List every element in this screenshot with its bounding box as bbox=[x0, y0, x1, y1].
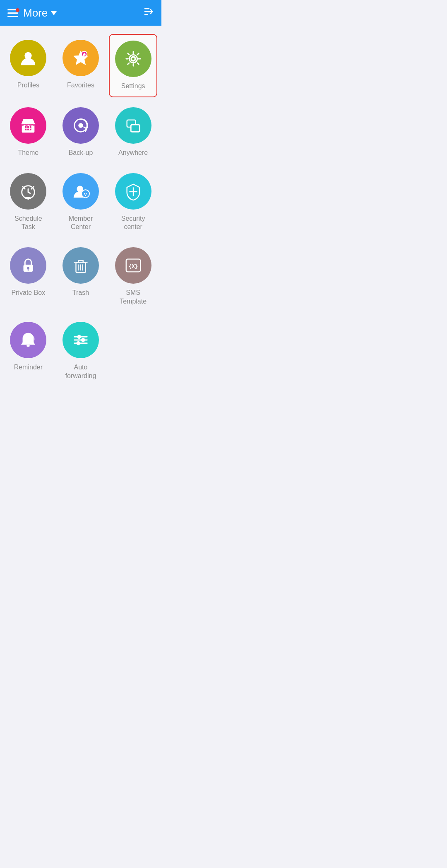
security-center-label: Securitycenter bbox=[121, 215, 145, 232]
title-text: More bbox=[23, 7, 48, 19]
theme-icon-circle bbox=[10, 107, 46, 144]
private-box-label: Private Box bbox=[11, 289, 45, 297]
backup-label: Back-up bbox=[69, 149, 93, 157]
trash-icon-circle bbox=[62, 247, 99, 284]
svg-rect-15 bbox=[25, 128, 31, 129]
member-center-label: MemberCenter bbox=[69, 215, 93, 232]
auto-forwarding-icon-circle bbox=[62, 322, 99, 358]
trash-label: Trash bbox=[72, 289, 89, 297]
menu-item-settings[interactable]: Settings bbox=[109, 34, 157, 97]
schedule-task-label: ScheduleTask bbox=[14, 215, 42, 232]
settings-label: Settings bbox=[121, 82, 145, 91]
header-left: More bbox=[7, 7, 57, 19]
svg-point-45 bbox=[76, 341, 80, 345]
profiles-icon-circle bbox=[10, 40, 46, 76]
menu-item-backup[interactable]: Back-up bbox=[57, 101, 105, 163]
svg-rect-39 bbox=[26, 345, 30, 347]
header-title: More bbox=[23, 7, 57, 19]
reminder-label: Reminder bbox=[14, 363, 43, 372]
svg-point-30 bbox=[27, 267, 29, 270]
notification-dot bbox=[16, 8, 19, 12]
svg-point-44 bbox=[81, 338, 85, 342]
svg-point-43 bbox=[77, 335, 81, 339]
menu-item-private-box[interactable]: Private Box bbox=[4, 241, 53, 312]
menu-button[interactable] bbox=[7, 9, 18, 17]
sort-button[interactable] bbox=[142, 6, 154, 20]
reminder-icon-circle bbox=[10, 322, 46, 358]
menu-item-schedule-task[interactable]: ScheduleTask bbox=[4, 167, 53, 238]
menu-item-profiles[interactable]: Profiles bbox=[4, 34, 53, 97]
theme-label: Theme bbox=[18, 149, 38, 157]
svg-point-17 bbox=[78, 123, 83, 128]
svg-rect-19 bbox=[131, 125, 139, 132]
menu-item-anywhere[interactable]: Anywhere bbox=[109, 101, 157, 163]
schedule-task-icon-circle bbox=[10, 173, 46, 210]
sms-template-icon-circle: {X} bbox=[115, 247, 151, 284]
menu-item-reminder[interactable]: Reminder bbox=[4, 316, 53, 386]
svg-point-9 bbox=[132, 58, 135, 60]
anywhere-label: Anywhere bbox=[118, 149, 148, 157]
favorites-label: Favorites bbox=[67, 81, 94, 90]
auto-forwarding-label: Autoforwarding bbox=[65, 363, 96, 381]
anywhere-icon-circle bbox=[115, 107, 151, 144]
menu-item-auto-forwarding[interactable]: Autoforwarding bbox=[57, 316, 105, 386]
menu-item-member-center[interactable]: vMemberCenter bbox=[57, 167, 105, 238]
menu-item-sms-template[interactable]: {X}SMSTemplate bbox=[109, 241, 157, 312]
settings-icon-circle bbox=[115, 41, 151, 77]
svg-text:{X}: {X} bbox=[128, 263, 137, 269]
profiles-label: Profiles bbox=[17, 81, 39, 90]
private-box-icon-circle bbox=[10, 247, 46, 284]
sms-template-label: SMSTemplate bbox=[120, 289, 147, 306]
app-header: More bbox=[0, 0, 161, 26]
security-center-icon-circle bbox=[115, 173, 151, 210]
menu-item-trash[interactable]: Trash bbox=[57, 241, 105, 312]
backup-icon-circle bbox=[62, 107, 99, 144]
dropdown-arrow-icon[interactable] bbox=[51, 11, 57, 15]
menu-item-favorites[interactable]: Favorites bbox=[57, 34, 105, 97]
menu-item-theme[interactable]: Theme bbox=[4, 101, 53, 163]
member-center-icon-circle: v bbox=[62, 173, 99, 210]
menu-item-security-center[interactable]: Securitycenter bbox=[109, 167, 157, 238]
svg-text:v: v bbox=[84, 191, 87, 197]
favorites-icon-circle bbox=[62, 40, 99, 76]
menu-grid: ProfilesFavoritesSettingsThemeBack-upAny… bbox=[0, 26, 161, 390]
